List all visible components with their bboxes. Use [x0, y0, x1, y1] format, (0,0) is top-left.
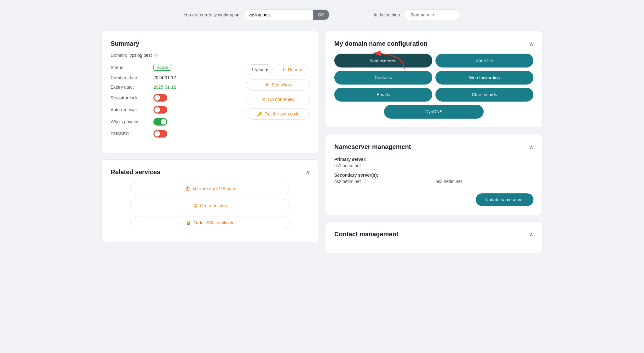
auto-renewal-label: Auto-renewal: — [111, 107, 148, 112]
status-row: Status: Active — [111, 64, 239, 71]
right-column: My domain name configuration ∧ Nameserve… — [325, 31, 543, 253]
domain-value: vpslog.best — [129, 53, 152, 58]
zone-file-button[interactable]: Zone file — [435, 54, 533, 68]
renew-button[interactable]: ↻ Renew — [276, 64, 308, 75]
order-hosting-button[interactable]: ▤ Order hosting — [130, 199, 290, 212]
activate-lite-label: Activate my LITE plan — [192, 186, 235, 191]
order-ssl-button[interactable]: 🔒 Order SSL certificate — [130, 216, 290, 229]
contacts-label: Contacts — [375, 75, 392, 80]
see-whois-button[interactable]: 👁 See whois — [247, 79, 310, 91]
summary-domain-row: Domain: vpslog.best ⧉ — [111, 52, 310, 58]
year-select-dropdown[interactable]: 1 year ▾ — [247, 64, 273, 75]
contact-management-header: Contact management ∧ — [334, 231, 533, 238]
update-nameserver-button[interactable]: Update nameserver — [476, 193, 533, 206]
status-badge: Active — [153, 64, 171, 71]
working-on-section: You are currently working on OK — [184, 9, 330, 20]
order-hosting-label: Order hosting — [200, 203, 227, 208]
creation-date-value: 2024-01-12 — [153, 75, 176, 80]
info-rows: Status: Active Creation date: 2024-01-12… — [111, 64, 239, 138]
server-icon: ▤ — [193, 203, 198, 208]
domain-config-card: My domain name configuration ∧ Nameserve… — [325, 31, 543, 128]
registrar-lock-slider — [153, 94, 167, 102]
glue-records-label: Glue records — [472, 92, 497, 97]
ok-button[interactable]: OK — [313, 10, 329, 20]
dnssec-label: DNSSEC: — [111, 131, 148, 136]
registrar-lock-toggle[interactable] — [153, 94, 167, 102]
expiry-date-value: 2025-01-12 — [153, 85, 176, 90]
glue-records-button[interactable]: Glue records — [435, 88, 533, 102]
ns-collapse-icon[interactable]: ∧ — [529, 144, 533, 150]
dnssec-toggle[interactable] — [153, 130, 167, 138]
whois-privacy-toggle[interactable] — [153, 118, 167, 126]
get-auth-code-label: Get the auth code — [265, 111, 300, 116]
summary-card: Summary Domain: vpslog.best ⧉ Status: Ac… — [101, 31, 319, 153]
web-forwarding-button[interactable]: Web forwarding — [435, 71, 533, 85]
secondary-server-values: ns2.netim.net ns3.netim.net — [334, 179, 533, 188]
contacts-button[interactable]: Contacts — [334, 71, 432, 85]
collapse-icon[interactable]: ∧ — [306, 169, 310, 176]
domain-input-wrap[interactable]: OK — [243, 9, 330, 20]
nameservers-label: Nameservers — [370, 58, 396, 63]
registrar-lock-label: Registrar lock: — [111, 95, 148, 100]
status-label: Status: — [111, 65, 148, 70]
key-icon: 🔑 — [257, 111, 262, 116]
dyndns-button[interactable]: DynDNS — [384, 105, 484, 119]
contact-collapse-icon[interactable]: ∧ — [529, 231, 533, 238]
contact-management-card: Contact management ∧ — [325, 221, 543, 253]
working-on-label: You are currently working on — [184, 12, 239, 17]
nameservers-button[interactable]: Nameservers — [334, 54, 432, 68]
eye-icon: 👁 — [265, 82, 269, 87]
secondary-server-2: ns3.netim.net — [435, 179, 533, 184]
domain-config-header: My domain name configuration ∧ — [334, 40, 533, 47]
creation-date-row: Creation date: 2024-01-12 — [111, 75, 239, 80]
copy-icon[interactable]: ⧉ — [154, 52, 158, 58]
ns-management-title: Nameserver management — [334, 143, 411, 150]
registrar-lock-row: Registrar lock: — [111, 94, 239, 102]
summary-title: Summary — [111, 40, 310, 47]
dyndns-label: DynDNS — [425, 109, 442, 114]
get-auth-code-button[interactable]: 🔑 Get the auth code — [247, 108, 310, 120]
related-services-header: Related services ∧ — [111, 168, 310, 176]
emails-button[interactable]: Emails — [334, 88, 432, 102]
primary-server-label: Primary server: — [334, 157, 533, 162]
domain-input[interactable] — [244, 10, 313, 20]
config-buttons-grid: Nameservers Zone file Contacts Web forwa… — [334, 54, 533, 102]
nameserver-management-card: Nameserver management ∧ Primary server: … — [325, 134, 543, 215]
dyndns-row: DynDNS — [334, 105, 533, 119]
no-renew-icon: ✕ — [262, 97, 266, 102]
creation-date-label: Creation date: — [111, 75, 148, 80]
year-chevron-icon: ▾ — [266, 67, 268, 72]
in-section-label: In the section — [374, 12, 400, 17]
whois-privacy-row: Whois privacy: — [111, 118, 239, 126]
order-ssl-label: Order SSL certificate — [194, 220, 234, 225]
whois-privacy-label: Whois privacy: — [111, 119, 148, 124]
contact-management-title: Contact management — [334, 231, 398, 238]
secondary-server-label: Secondary server(s): — [334, 173, 533, 178]
ns-management-header: Nameserver management ∧ — [334, 143, 533, 150]
domain-config-title: My domain name configuration — [334, 40, 428, 47]
web-forwarding-label: Web forwarding — [469, 75, 500, 80]
activate-lite-button[interactable]: ⏻ Activate my LITE plan — [130, 182, 290, 195]
section-dropdown[interactable]: Summary ▾ — [404, 9, 460, 20]
whois-privacy-slider — [153, 118, 167, 126]
selected-section-label: Summary — [410, 12, 429, 17]
auto-renewal-toggle[interactable] — [153, 106, 167, 114]
see-whois-label: See whois — [272, 82, 292, 87]
year-label: 1 year — [251, 67, 264, 72]
domain-config-collapse-icon[interactable]: ∧ — [529, 40, 533, 47]
main-grid: Summary Domain: vpslog.best ⧉ Status: Ac… — [101, 31, 543, 253]
expiry-date-label: Expiry date: — [111, 85, 148, 90]
do-not-renew-button[interactable]: ✕ Do not renew — [247, 94, 310, 105]
summary-content: Status: Active Creation date: 2024-01-12… — [111, 64, 310, 144]
year-renew-row: 1 year ▾ ↻ Renew — [247, 64, 310, 75]
expiry-date-row: Expiry date: 2025-01-12 — [111, 85, 239, 90]
summary-left-panel: Status: Active Creation date: 2024-01-12… — [111, 64, 239, 144]
chevron-down-icon: ▾ — [432, 12, 434, 17]
lock-icon: 🔒 — [186, 220, 191, 225]
emails-label: Emails — [377, 92, 390, 97]
related-services-title: Related services — [111, 168, 160, 176]
domain-label: Domain: — [111, 53, 127, 58]
dnssec-slider — [153, 130, 167, 138]
summary-right-panel: 1 year ▾ ↻ Renew 👁 See whois ✕ — [247, 64, 310, 144]
secondary-server-1: ns2.netim.net — [334, 179, 432, 184]
